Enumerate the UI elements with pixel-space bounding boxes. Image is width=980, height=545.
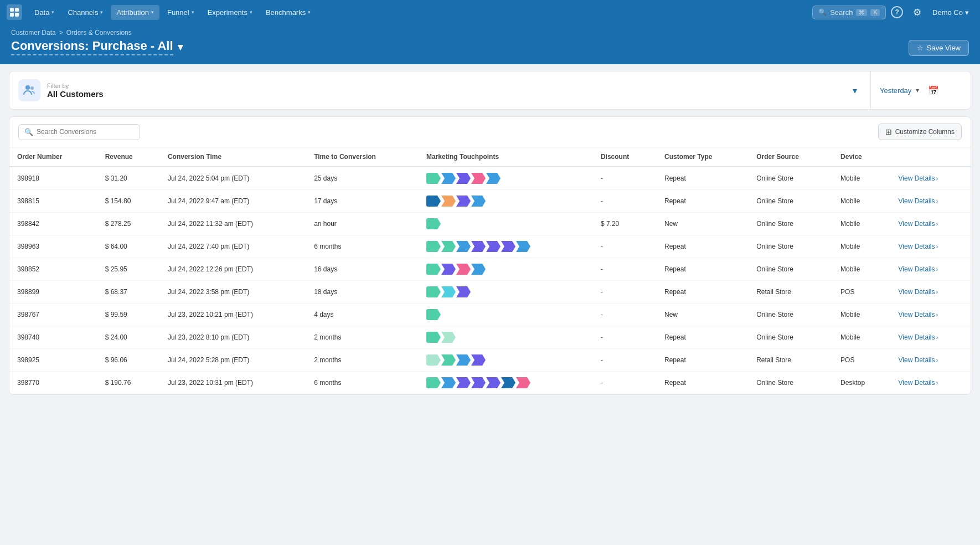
cell-time-to-conversion: 18 days [306,281,419,304]
cell-view-details[interactable]: View Details › [891,258,971,281]
cell-discount: - [593,281,657,304]
col-header-customer-type: Customer Type [657,147,749,167]
cell-customer-type: Repeat [657,281,749,304]
account-menu[interactable]: Demo Co ▾ [928,6,973,19]
app-logo[interactable] [7,4,22,20]
table-row: 398740$ 24.00Jul 23, 2022 8:10 pm (EDT)2… [9,326,971,349]
cell-discount: - [593,349,657,372]
cell-device: Mobile [833,304,891,326]
cell-view-details[interactable]: View Details › [891,281,971,304]
nav-attribution[interactable]: Attribution ▾ [111,5,159,20]
table-row: 398815$ 154.80Jul 24, 2022 9:47 am (EDT)… [9,190,971,213]
cell-revenue: $ 154.80 [97,190,160,213]
filter-chevron-icon[interactable]: ▾ [848,83,862,98]
chevron-down-icon: ▾ [916,86,919,94]
page-title: Conversions: Purchase - All ▾ [11,39,183,55]
touchpoint-segment [516,241,530,252]
cell-order-number: 398925 [9,349,97,372]
save-view-button[interactable]: ☆ Save View [909,40,969,56]
cell-view-details[interactable]: View Details › [891,190,971,213]
cell-view-details[interactable]: View Details › [891,304,971,326]
touchpoint-segment [426,218,441,229]
cell-view-details[interactable]: View Details › [891,349,971,372]
view-details-link[interactable]: View Details › [899,243,963,250]
title-dropdown-arrow[interactable]: ▾ [178,41,183,53]
nav-channels[interactable]: Channels ▾ [62,5,109,20]
cell-discount: $ 7.20 [593,213,657,235]
customer-filter[interactable]: Filter by All Customers ▾ [9,71,870,109]
touchpoint-segment [456,286,471,297]
svg-rect-3 [15,13,19,17]
main-table-container: 🔍 ⊞ Customize Columns Order Number Reven… [9,116,971,395]
customize-columns-button[interactable]: ⊞ Customize Columns [878,124,962,140]
cell-discount: - [593,372,657,394]
touchpoint-segment [456,241,471,252]
col-header-revenue: Revenue [97,147,160,167]
col-header-time-to-conversion: Time to Conversion [306,147,419,167]
cell-conversion-time: Jul 24, 2022 5:04 pm (EDT) [160,167,306,190]
touchpoint-segment [426,286,441,297]
cell-revenue: $ 68.37 [97,281,160,304]
cell-discount: - [593,304,657,326]
breadcrumb-parent[interactable]: Customer Data [11,29,56,37]
search-input[interactable] [37,128,134,136]
view-details-link[interactable]: View Details › [899,356,963,364]
view-details-link[interactable]: View Details › [899,197,963,205]
cell-marketing-touchpoints [419,304,593,326]
cell-revenue: $ 99.59 [97,304,160,326]
cell-marketing-touchpoints [419,213,593,235]
touchpoint-segment [471,377,486,388]
cell-order-source: Online Store [749,167,833,190]
cell-device: Desktop [833,372,891,394]
cell-view-details[interactable]: View Details › [891,372,971,394]
cell-time-to-conversion: 2 months [306,326,419,349]
touchpoint-segment [441,354,456,366]
help-button[interactable]: ? [888,3,906,21]
cell-revenue: $ 64.00 [97,235,160,258]
view-details-link[interactable]: View Details › [899,220,963,228]
cell-order-number: 398767 [9,304,97,326]
cell-order-source: Retail Store [749,349,833,372]
cell-revenue: $ 278.25 [97,213,160,235]
settings-button[interactable]: ⚙ [908,3,926,21]
date-picker[interactable]: Yesterday ▾ 📅 [871,80,971,101]
cell-conversion-time: Jul 24, 2022 9:47 am (EDT) [160,190,306,213]
breadcrumb-current[interactable]: Orders & Conversions [66,29,132,37]
view-details-link[interactable]: View Details › [899,379,963,387]
breadcrumb: Customer Data > Orders & Conversions [11,29,969,37]
cell-marketing-touchpoints [419,372,593,394]
cell-discount: - [593,235,657,258]
cell-conversion-time: Jul 24, 2022 5:28 pm (EDT) [160,349,306,372]
nav-benchmarks[interactable]: Benchmarks ▾ [260,5,316,20]
touchpoint-segment [456,196,471,207]
cell-order-source: Online Store [749,304,833,326]
cell-customer-type: Repeat [657,258,749,281]
cell-conversion-time: Jul 23, 2022 10:21 pm (EDT) [160,304,306,326]
cell-revenue: $ 190.76 [97,372,160,394]
cell-conversion-time: Jul 24, 2022 12:26 pm (EDT) [160,258,306,281]
view-details-link[interactable]: View Details › [899,333,963,341]
cell-time-to-conversion: 16 days [306,258,419,281]
cell-marketing-touchpoints [419,235,593,258]
cell-device: Mobile [833,167,891,190]
nav-experiments[interactable]: Experiments ▾ [202,5,258,20]
view-details-link[interactable]: View Details › [899,174,963,182]
cell-view-details[interactable]: View Details › [891,326,971,349]
cell-view-details[interactable]: View Details › [891,167,971,190]
cell-device: POS [833,281,891,304]
view-details-link[interactable]: View Details › [899,265,963,273]
table-row: 398842$ 278.25Jul 24, 2022 11:32 am (EDT… [9,213,971,235]
touchpoint-segment [516,377,530,388]
cell-view-details[interactable]: View Details › [891,235,971,258]
view-details-link[interactable]: View Details › [899,311,963,318]
search-box[interactable]: 🔍 [18,124,140,140]
cell-marketing-touchpoints [419,326,593,349]
view-details-link[interactable]: View Details › [899,288,963,296]
nav-data[interactable]: Data ▾ [29,5,60,20]
cell-order-number: 398963 [9,235,97,258]
global-search[interactable]: 🔍 Search ⌘ K [812,6,886,19]
chevron-down-icon: ▾ [51,9,54,15]
nav-funnel[interactable]: Funnel ▾ [162,5,200,20]
question-icon: ? [891,6,903,18]
cell-view-details[interactable]: View Details › [891,213,971,235]
